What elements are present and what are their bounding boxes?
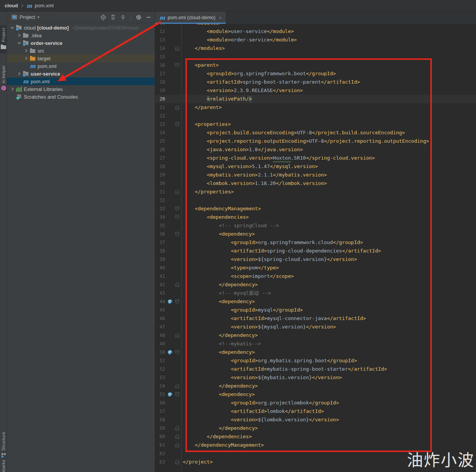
code-line-56[interactable]: 56 <groupId>org.projectlombok</groupId> bbox=[155, 399, 476, 407]
code-line-52[interactable]: 52 <artifactId>mybatis-spring-boot-start… bbox=[155, 365, 476, 373]
code-line-28[interactable]: 28 <mysql.version>5.1.47</mysql.version> bbox=[155, 162, 476, 171]
code-line-14[interactable]: 14 </modules> bbox=[155, 44, 476, 53]
fold-end-icon[interactable] bbox=[174, 443, 180, 447]
fold-start-icon[interactable] bbox=[174, 63, 180, 68]
code-line-32[interactable]: 32 bbox=[155, 196, 476, 205]
code-line-47[interactable]: 47 <version>${mysql.version}</version> bbox=[155, 323, 476, 331]
fold-end-icon[interactable] bbox=[174, 46, 180, 51]
code-line-59[interactable]: 59 </dependency> bbox=[155, 424, 476, 432]
code-line-38[interactable]: 38 <artifactId>spring-cloud-dependencies… bbox=[155, 247, 476, 255]
code-line-42[interactable]: 42 </dependency> bbox=[155, 281, 476, 289]
code-line-31[interactable]: 31 </properties> bbox=[155, 188, 476, 196]
fold-end-icon[interactable] bbox=[174, 105, 180, 110]
code-line-57[interactable]: 57 <artifactId>lombok</artifactId> bbox=[155, 407, 476, 416]
code-line-36[interactable]: 36 <dependency> bbox=[155, 230, 476, 238]
code-line-13[interactable]: 13 <module>order-service</module> bbox=[155, 36, 476, 44]
code-line-41[interactable]: 41 <scope>import</scope> bbox=[155, 272, 476, 281]
maven-download-icon[interactable] bbox=[167, 392, 174, 398]
code-line-26[interactable]: 26 <java.version>1.8</java.version> bbox=[155, 145, 476, 154]
code-line-43[interactable]: 43 <!-- mysql驱动 --> bbox=[155, 289, 476, 297]
fold-start-icon[interactable] bbox=[174, 232, 180, 236]
code-line-15[interactable]: 15 bbox=[155, 53, 476, 61]
fold-end-icon[interactable] bbox=[174, 384, 180, 388]
code-line-37[interactable]: 37 <groupId>org.springframework.cloud</g… bbox=[155, 238, 476, 247]
maven-download-icon[interactable] bbox=[167, 299, 174, 305]
code-line-35[interactable]: 35 <!-- springCloud --> bbox=[155, 221, 476, 230]
fold-end-icon[interactable] bbox=[174, 460, 180, 464]
code-line-21[interactable]: 21 </parent> bbox=[155, 103, 476, 112]
code-line-46[interactable]: 46 <artifactId>mysql-connector-java</art… bbox=[155, 314, 476, 323]
fold-end-icon[interactable] bbox=[174, 333, 180, 338]
code-line-60[interactable]: 60 </dependencies> bbox=[155, 432, 476, 441]
tool-window-button-project[interactable]: Project bbox=[0, 25, 7, 53]
code-line-24[interactable]: 24 <project.build.sourceEncoding>UTF-8</… bbox=[155, 129, 476, 137]
tree-item-external-libraries[interactable]: External Libraries bbox=[7, 85, 155, 93]
code-line-29[interactable]: 29 <mybatis.version>2.1.1</mybatis.versi… bbox=[155, 171, 476, 179]
hide-panel-button[interactable] bbox=[145, 14, 152, 20]
fold-start-icon[interactable] bbox=[174, 392, 180, 397]
tree-item-order-service[interactable]: order-service bbox=[7, 39, 155, 47]
code-line-61[interactable]: 61 </dependencyManagement> bbox=[155, 441, 476, 449]
code-line-22[interactable]: 22 bbox=[155, 112, 476, 120]
chevron-right-icon[interactable] bbox=[23, 55, 29, 61]
code-line-25[interactable]: 25 <project.reporting.outputEncoding>UTF… bbox=[155, 137, 476, 145]
code-line-23[interactable]: 23 <properties> bbox=[155, 120, 476, 129]
tree-item-.idea[interactable]: .idea bbox=[7, 31, 155, 39]
chevron-right-icon[interactable] bbox=[16, 71, 22, 77]
code-line-53[interactable]: 53 <version>${mybatis.version}</version> bbox=[155, 373, 476, 382]
code-line-50[interactable]: 50 <dependency> bbox=[155, 348, 476, 356]
maven-download-icon[interactable] bbox=[167, 350, 174, 355]
fold-start-icon[interactable] bbox=[174, 350, 180, 355]
code-line-45[interactable]: 45 <groupId>mysql</groupId> bbox=[155, 306, 476, 314]
chevron-down-icon[interactable] bbox=[9, 25, 15, 31]
tree-item-src[interactable]: src bbox=[7, 47, 155, 54]
code-line-34[interactable]: 34 <dependencies> bbox=[155, 213, 476, 221]
fold-end-icon[interactable] bbox=[174, 190, 180, 194]
tree-item-pom.xml[interactable]: mpom.xml bbox=[7, 78, 155, 85]
code-line-33[interactable]: 33 <dependencyManagement> bbox=[155, 205, 476, 213]
code-line-58[interactable]: 58 <version>${lombok.version}</version> bbox=[155, 416, 476, 424]
breadcrumb-file[interactable]: pom.xml bbox=[35, 3, 54, 8]
tree-item-target[interactable]: target bbox=[7, 54, 155, 62]
fold-start-icon[interactable] bbox=[174, 122, 180, 127]
fold-start-icon[interactable] bbox=[174, 215, 180, 219]
code-line-54[interactable]: 54 </dependency> bbox=[155, 382, 476, 390]
chevron-right-icon[interactable] bbox=[23, 48, 29, 54]
code-line-63[interactable]: 63</project> bbox=[155, 458, 476, 466]
chevron-down-icon[interactable] bbox=[16, 40, 22, 46]
collapse-all-button[interactable] bbox=[120, 14, 126, 20]
tree-item-cloud[interactable]: cloud [cloud-demo]~/Desktop/code/OTHER/c… bbox=[7, 24, 155, 31]
code-line-49[interactable]: 49 <!--mybatis--> bbox=[155, 340, 476, 348]
fold-end-icon[interactable] bbox=[174, 282, 180, 287]
fold-start-icon[interactable] bbox=[174, 206, 180, 211]
gear-icon[interactable] bbox=[135, 14, 142, 20]
code-line-30[interactable]: 30 <lombok.version>1.18.20</lombok.versi… bbox=[155, 179, 476, 188]
tree-item-pom.xml[interactable]: mpom.xml bbox=[7, 62, 155, 70]
code-line-62[interactable]: 62 bbox=[155, 449, 476, 458]
code-line-48[interactable]: 48 </dependency> bbox=[155, 331, 476, 340]
close-icon[interactable]: × bbox=[219, 15, 222, 21]
project-panel-title-button[interactable]: Project ▾ bbox=[12, 14, 40, 20]
tree-item-scratches-and-consoles[interactable]: Scratches and Consoles bbox=[7, 93, 155, 101]
tab-pom-xml[interactable]: m pom.xml (cloud-demo) × bbox=[155, 12, 226, 24]
code-line-44[interactable]: 44 <dependency> bbox=[155, 297, 476, 306]
expand-all-button[interactable] bbox=[110, 14, 116, 20]
code-line-11[interactable]: 11 <modules> bbox=[155, 24, 476, 27]
chevron-right-icon[interactable] bbox=[9, 86, 15, 92]
code-line-51[interactable]: 51 <groupId>org.mybatis.spring.boot</gro… bbox=[155, 356, 476, 365]
chevron-right-icon[interactable] bbox=[16, 32, 22, 38]
fold-end-icon[interactable] bbox=[174, 426, 180, 431]
code-line-27[interactable]: 27 <spring-cloud.version>Hoxton.SR10</sp… bbox=[155, 154, 476, 162]
tree-item-user-service[interactable]: user-service bbox=[7, 70, 155, 78]
code-editor-area[interactable]: 11 <modules>12 <module>user-service</mod… bbox=[155, 24, 476, 472]
code-line-19[interactable]: 19 <version>2.3.9.RELEASE</version> bbox=[155, 86, 476, 95]
code-line-12[interactable]: 12 <module>user-service</module> bbox=[155, 27, 476, 36]
tool-window-button-bookmarks[interactable]: Bookmarks bbox=[0, 460, 7, 472]
code-line-40[interactable]: 40 <type>pom</type> bbox=[155, 264, 476, 272]
code-line-18[interactable]: 18 <artifactId>spring-boot-starter-paren… bbox=[155, 78, 476, 86]
code-line-39[interactable]: 39 <version>${spring-cloud.version}</ver… bbox=[155, 255, 476, 264]
code-line-20[interactable]: 20 <relativePath/> bbox=[155, 95, 476, 103]
breadcrumb-project[interactable]: cloud bbox=[5, 3, 18, 8]
fold-start-icon[interactable] bbox=[174, 299, 180, 304]
code-line-17[interactable]: 17 <groupId>org.springframework.boot</gr… bbox=[155, 69, 476, 78]
